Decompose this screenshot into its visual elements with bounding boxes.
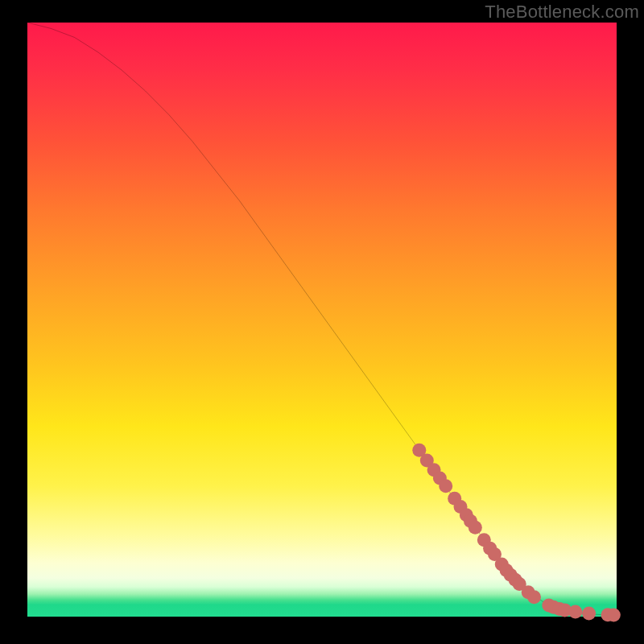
curve-marker xyxy=(527,590,541,604)
curve-layer xyxy=(27,23,617,617)
chart-frame: TheBottleneck.com xyxy=(0,0,644,644)
bottleneck-curve xyxy=(27,23,617,615)
watermark-text: TheBottleneck.com xyxy=(485,2,639,23)
curve-marker xyxy=(568,605,582,619)
curve-markers xyxy=(412,444,621,622)
plot-area xyxy=(27,23,617,617)
curve-marker xyxy=(607,609,621,622)
curve-marker xyxy=(582,606,596,620)
curve-marker xyxy=(439,479,452,493)
curve-marker xyxy=(469,521,482,535)
